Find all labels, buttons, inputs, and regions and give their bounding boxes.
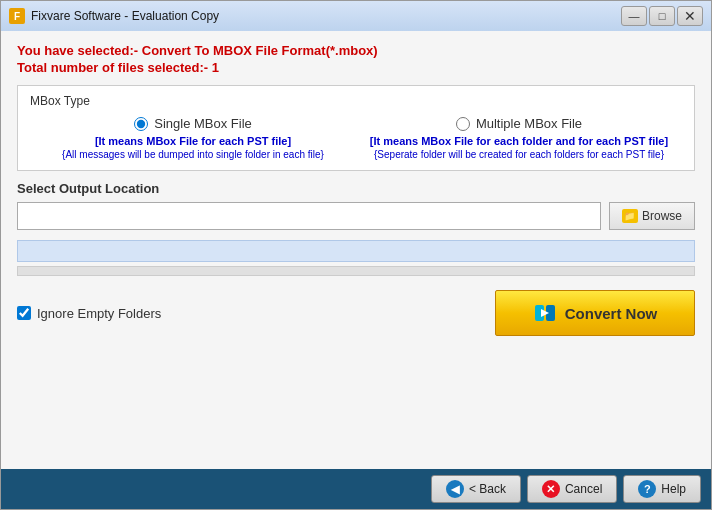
radio-options: Single MBox File [It means MBox File for…	[30, 116, 682, 160]
single-mbox-subdesc: {All messages will be dumped into single…	[62, 149, 324, 160]
content-area: You have selected:- Convert To MBOX File…	[1, 31, 711, 469]
back-button[interactable]: ◀ < Back	[431, 475, 521, 503]
window-title: Fixvare Software - Evaluation Copy	[31, 9, 621, 23]
info-line1: You have selected:- Convert To MBOX File…	[17, 43, 695, 58]
maximize-button[interactable]: □	[649, 6, 675, 26]
footer: ◀ < Back ✕ Cancel ? Help	[1, 469, 711, 509]
info-line2: Total number of files selected:- 1	[17, 60, 695, 75]
title-bar: F Fixvare Software - Evaluation Copy — □…	[1, 1, 711, 31]
cancel-icon: ✕	[542, 480, 560, 498]
output-row: 📁 Browse	[17, 202, 695, 230]
progress-section	[17, 240, 695, 276]
convert-now-label: Convert Now	[565, 305, 658, 322]
multiple-mbox-subdesc: {Seperate folder will be created for eac…	[374, 149, 664, 160]
ignore-empty-folders-label: Ignore Empty Folders	[37, 306, 161, 321]
browse-button[interactable]: 📁 Browse	[609, 202, 695, 230]
bottom-section: Ignore Empty Folders Convert Now	[17, 290, 695, 336]
help-label: Help	[661, 482, 686, 496]
browse-label: Browse	[642, 209, 682, 223]
main-window: F Fixvare Software - Evaluation Copy — □…	[0, 0, 712, 510]
window-controls: — □ ✕	[621, 6, 703, 26]
mbox-type-title: MBox Type	[30, 94, 682, 108]
multiple-mbox-radio[interactable]	[456, 117, 470, 131]
output-section: Select Output Location 📁 Browse	[17, 181, 695, 230]
multiple-mbox-option: Multiple MBox File [It means MBox File f…	[363, 116, 676, 160]
info-section: You have selected:- Convert To MBOX File…	[17, 43, 695, 75]
single-mbox-radio[interactable]	[134, 117, 148, 131]
progress-bar2-outer	[17, 266, 695, 276]
app-icon: F	[9, 8, 25, 24]
multiple-mbox-desc: [It means MBox File for each folder and …	[370, 135, 668, 147]
back-icon: ◀	[446, 480, 464, 498]
multiple-mbox-label: Multiple MBox File	[476, 116, 582, 131]
cancel-button[interactable]: ✕ Cancel	[527, 475, 617, 503]
single-radio-row: Single MBox File	[134, 116, 252, 131]
back-label: < Back	[469, 482, 506, 496]
output-path-input[interactable]	[17, 202, 601, 230]
cancel-label: Cancel	[565, 482, 602, 496]
single-mbox-desc: [It means MBox File for each PST file]	[95, 135, 291, 147]
output-label: Select Output Location	[17, 181, 695, 196]
help-icon: ?	[638, 480, 656, 498]
help-button[interactable]: ? Help	[623, 475, 701, 503]
single-mbox-option: Single MBox File [It means MBox File for…	[37, 116, 350, 160]
convert-now-button[interactable]: Convert Now	[495, 290, 695, 336]
close-button[interactable]: ✕	[677, 6, 703, 26]
folder-icon: 📁	[622, 209, 638, 223]
minimize-button[interactable]: —	[621, 6, 647, 26]
convert-icon	[533, 301, 557, 325]
single-mbox-label: Single MBox File	[154, 116, 252, 131]
ignore-empty-folders-checkbox[interactable]	[17, 306, 31, 320]
checkbox-row: Ignore Empty Folders	[17, 306, 161, 321]
mbox-type-section: MBox Type Single MBox File [It means MBo…	[17, 85, 695, 171]
multiple-radio-row: Multiple MBox File	[456, 116, 582, 131]
progress-bar-outer	[17, 240, 695, 262]
